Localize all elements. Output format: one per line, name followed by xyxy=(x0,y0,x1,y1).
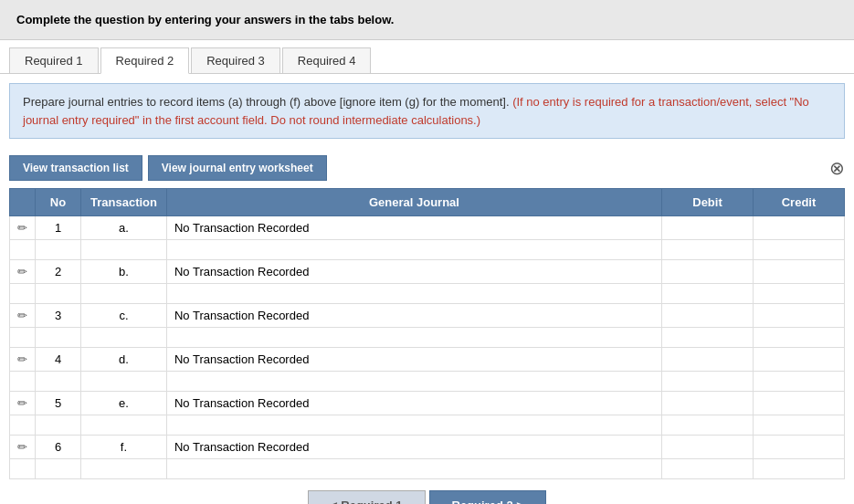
table-subrow xyxy=(10,372,845,392)
prev-button[interactable]: < Required 1 xyxy=(308,490,425,504)
row-credit-2[interactable] xyxy=(754,260,845,284)
subrow-credit-6[interactable] xyxy=(754,459,845,479)
subrow-debit-4[interactable] xyxy=(662,372,754,392)
action-buttons-bar: View transaction list View journal entry… xyxy=(0,148,854,188)
row-entry-5[interactable]: No Transaction Recorded xyxy=(166,392,661,415)
subrow-debit-2[interactable] xyxy=(662,284,754,304)
instruction-text: Complete the question by entering your a… xyxy=(16,13,394,26)
subrow-debit-6[interactable] xyxy=(662,459,754,479)
row-trans-1: a. xyxy=(81,216,167,240)
table-row: ✏ 5 e. No Transaction Recorded xyxy=(10,392,845,415)
tabs-bar: Required 1 Required 2 Required 3 Require… xyxy=(0,40,854,74)
subrow-debit-1[interactable] xyxy=(662,240,754,260)
row-entry-4[interactable]: No Transaction Recorded xyxy=(166,348,661,372)
subrow-entry-3[interactable] xyxy=(166,328,661,348)
edit-icon-2[interactable]: ✏ xyxy=(10,260,36,284)
view-transaction-button[interactable]: View transaction list xyxy=(9,155,142,181)
row-debit-4[interactable] xyxy=(662,348,754,372)
row-debit-6[interactable] xyxy=(662,436,754,459)
row-no-5: 5 xyxy=(36,392,81,415)
row-no-2: 2 xyxy=(36,260,81,284)
table-row: ✏ 3 c. No Transaction Recorded xyxy=(10,304,845,328)
subrow-credit-4[interactable] xyxy=(754,372,845,392)
close-button[interactable]: ⊗ xyxy=(829,157,845,179)
header-credit: Credit xyxy=(754,189,845,216)
row-debit-5[interactable] xyxy=(662,392,754,415)
table-subrow xyxy=(10,240,845,260)
table-subrow xyxy=(10,459,845,479)
next-button[interactable]: Required 2 > xyxy=(429,490,546,504)
row-no-6: 6 xyxy=(36,436,81,459)
table-row: ✏ 6 f. No Transaction Recorded xyxy=(10,436,845,459)
row-credit-3[interactable] xyxy=(754,304,845,328)
subrow-debit-5[interactable] xyxy=(662,415,754,436)
table-row: ✏ 1 a. No Transaction Recorded xyxy=(10,216,845,240)
subrow-entry-6[interactable] xyxy=(166,459,661,479)
row-entry-1[interactable]: No Transaction Recorded xyxy=(166,216,661,240)
edit-icon-3[interactable]: ✏ xyxy=(10,304,36,328)
row-trans-3: c. xyxy=(81,304,167,328)
subrow-entry-1[interactable] xyxy=(166,240,661,260)
row-credit-4[interactable] xyxy=(754,348,845,372)
info-box: Prepare journal entries to record items … xyxy=(9,83,845,139)
footer-nav: < Required 1 Required 2 > xyxy=(0,479,854,504)
row-entry-2[interactable]: No Transaction Recorded xyxy=(166,260,661,284)
edit-icon-1[interactable]: ✏ xyxy=(10,216,36,240)
row-no-3: 3 xyxy=(36,304,81,328)
tab-required1[interactable]: Required 1 xyxy=(9,47,99,73)
info-text-normal: Prepare journal entries to record items … xyxy=(23,95,512,109)
view-journal-button[interactable]: View journal entry worksheet xyxy=(148,155,327,181)
tab-required2[interactable]: Required 2 xyxy=(100,47,190,74)
edit-icon-5[interactable]: ✏ xyxy=(10,392,36,415)
table-row: ✏ 2 b. No Transaction Recorded xyxy=(10,260,845,284)
row-trans-2: b. xyxy=(81,260,167,284)
row-credit-1[interactable] xyxy=(754,216,845,240)
instruction-bar: Complete the question by entering your a… xyxy=(0,0,854,40)
subrow-entry-4[interactable] xyxy=(166,372,661,392)
subrow-credit-1[interactable] xyxy=(754,240,845,260)
subrow-credit-3[interactable] xyxy=(754,328,845,348)
table-row: ✏ 4 d. No Transaction Recorded xyxy=(10,348,845,372)
row-credit-6[interactable] xyxy=(754,436,845,459)
row-no-4: 4 xyxy=(36,348,81,372)
subrow-entry-5[interactable] xyxy=(166,415,661,436)
row-debit-1[interactable] xyxy=(662,216,754,240)
row-debit-2[interactable] xyxy=(662,260,754,284)
header-general-journal: General Journal xyxy=(166,189,661,216)
tab-required3[interactable]: Required 3 xyxy=(191,47,280,73)
row-trans-6: f. xyxy=(81,436,167,459)
table-subrow xyxy=(10,415,845,436)
subrow-entry-2[interactable] xyxy=(166,284,661,304)
table-subrow xyxy=(10,284,845,304)
tab-required4[interactable]: Required 4 xyxy=(282,47,372,73)
row-trans-4: d. xyxy=(81,348,167,372)
edit-icon-4[interactable]: ✏ xyxy=(10,348,36,372)
row-debit-3[interactable] xyxy=(662,304,754,328)
row-no-1: 1 xyxy=(36,216,81,240)
row-entry-6[interactable]: No Transaction Recorded xyxy=(166,436,661,459)
subrow-credit-2[interactable] xyxy=(754,284,845,304)
subrow-credit-5[interactable] xyxy=(754,415,845,436)
row-trans-5: e. xyxy=(81,392,167,415)
header-no: No xyxy=(36,189,81,216)
row-entry-3[interactable]: No Transaction Recorded xyxy=(166,304,661,328)
journal-table: No Transaction General Journal Debit Cre… xyxy=(9,188,845,479)
edit-icon-6[interactable]: ✏ xyxy=(10,436,36,459)
header-transaction: Transaction xyxy=(81,189,167,216)
header-debit: Debit xyxy=(662,189,754,216)
row-credit-5[interactable] xyxy=(754,392,845,415)
subrow-debit-3[interactable] xyxy=(662,328,754,348)
table-subrow xyxy=(10,328,845,348)
